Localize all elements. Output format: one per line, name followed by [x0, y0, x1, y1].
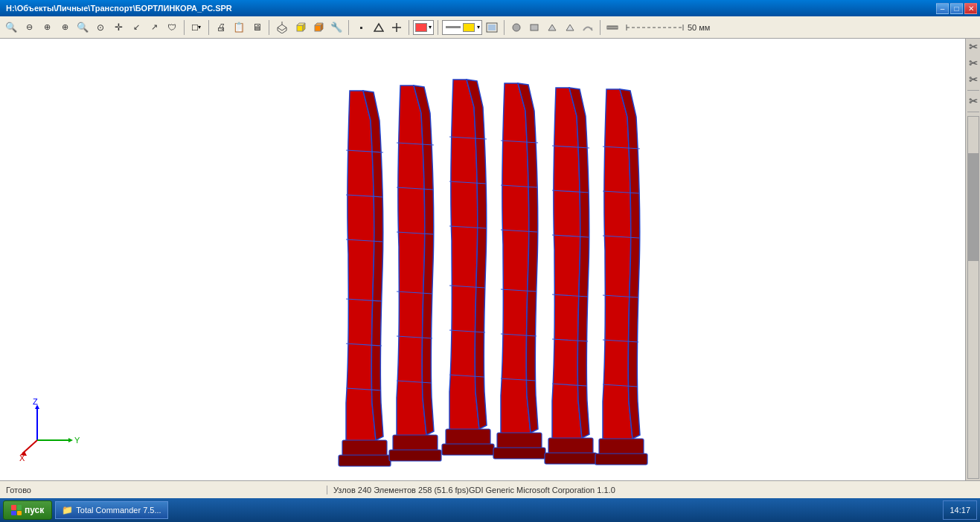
svg-marker-85 — [68, 438, 73, 442]
toolbar: 🔍 ⊖ ⊕ ⊕ 🔍 ⊙ ✛ ↙ ↗ 🛡 □ ▾ 🖨 📋 🖥 — [0, 16, 980, 39]
zoom-in-button[interactable]: ⊕ — [39, 19, 55, 36]
svg-rect-48 — [389, 450, 441, 461]
svg-rect-19 — [531, 25, 538, 30]
logo-q4 — [17, 511, 22, 516]
svg-point-18 — [513, 24, 520, 31]
box-dropdown-button[interactable]: □ ▾ — [188, 19, 205, 36]
point-toggle[interactable] — [353, 19, 369, 36]
start-label: пуск — [25, 505, 44, 515]
separator-1 — [184, 20, 185, 35]
blade-5 — [545, 88, 597, 464]
move-button[interactable]: ✛ — [110, 19, 126, 36]
zoom-fit-button[interactable]: 🔍 — [3, 19, 19, 36]
orange-cube-button[interactable] — [310, 19, 327, 36]
right-panel-divider-1 — [967, 90, 979, 91]
svg-rect-6 — [297, 25, 303, 31]
maximize-button[interactable]: □ — [950, 3, 963, 14]
svg-text:X: X — [19, 454, 25, 463]
svg-marker-21 — [566, 25, 574, 30]
svg-rect-72 — [545, 453, 597, 464]
3d-box-button[interactable] — [273, 19, 291, 36]
3d-visualization: Z Y X — [0, 39, 945, 477]
scale-label: 50 мм — [688, 23, 710, 32]
yellow-cube-button[interactable] — [292, 19, 309, 36]
svg-marker-0 — [278, 25, 286, 30]
blade-2 — [389, 86, 441, 461]
blade-1 — [339, 91, 391, 466]
canvas-area[interactable]: Z Y X — [0, 39, 965, 480]
logo-q2 — [17, 505, 22, 510]
svg-rect-40 — [339, 455, 391, 466]
target-button[interactable]: ⊙ — [92, 19, 109, 36]
shield-button[interactable]: 🛡 — [164, 19, 180, 36]
right-panel: ✂ ✂ ✂ ✂ — [965, 39, 980, 480]
separator-6 — [438, 20, 438, 35]
separator-7 — [504, 20, 505, 35]
grey-shape-5[interactable] — [580, 19, 596, 36]
dropdown-arrow: ▾ — [429, 24, 432, 30]
taskbar: пуск 📁 Total Commander 7.5... 14:17 — [0, 498, 980, 522]
cut-icon-2[interactable]: ✂ — [967, 55, 980, 71]
arrow-up-right[interactable]: ↗ — [146, 19, 162, 36]
svg-line-4 — [278, 30, 282, 33]
logo-q3 — [11, 511, 16, 516]
scrollbar-thumb[interactable] — [968, 153, 979, 262]
status-info: Узлов 240 Элементов 258 (51.6 fps)GDI Ge… — [327, 486, 980, 494]
wrench-button[interactable]: 🔧 — [328, 19, 345, 36]
blade-3 — [442, 80, 494, 455]
crosshair-toggle[interactable] — [388, 19, 405, 36]
separator-4 — [348, 20, 349, 35]
svg-line-5 — [282, 30, 286, 33]
color-dropdown[interactable]: ▾ — [413, 20, 434, 35]
start-button[interactable]: пуск — [3, 500, 52, 520]
svg-rect-80 — [595, 454, 647, 465]
blade-4 — [493, 83, 545, 459]
vertical-scrollbar[interactable] — [967, 116, 979, 479]
title-bar-text: Н:\Объекты\Личные\Транспорт\БОРТЛИНКОРА_… — [3, 4, 232, 13]
svg-text:Y: Y — [74, 436, 80, 445]
color-preview — [415, 23, 427, 32]
grey-shape-3[interactable] — [544, 19, 560, 36]
dropdown-arrow-2: ▾ — [477, 24, 480, 30]
separator-2 — [208, 20, 209, 35]
minimize-button[interactable]: – — [936, 3, 949, 14]
zoom-select-button[interactable]: 🔍 — [74, 19, 91, 36]
svg-text:Z: Z — [33, 397, 38, 406]
main-area: Z Y X ✂ ✂ ✂ ✂ — [0, 39, 980, 480]
print-button[interactable]: 🖨 — [213, 19, 229, 36]
commander-icon: 📁 — [62, 505, 73, 515]
line-preview — [446, 26, 461, 28]
blade-6 — [595, 89, 647, 465]
separator-5 — [409, 20, 409, 35]
grey-shape-2[interactable] — [526, 19, 542, 36]
screen-button[interactable]: 🖥 — [249, 19, 265, 36]
title-bar: Н:\Объекты\Личные\Транспорт\БОРТЛИНКОРА_… — [0, 0, 980, 16]
zoom-window-button[interactable]: ⊕ — [57, 19, 73, 36]
grey-shape-1[interactable] — [508, 19, 525, 36]
zoom-out-button[interactable]: ⊖ — [21, 19, 37, 36]
taskbar-clock[interactable]: 14:17 — [943, 500, 977, 520]
cut-icon-1[interactable]: ✂ — [967, 39, 980, 55]
line-type-dropdown[interactable]: ▾ — [442, 20, 482, 35]
arrow-down-left[interactable]: ↙ — [128, 19, 144, 36]
taskbar-item-commander[interactable]: 📁 Total Commander 7.5... — [55, 501, 167, 519]
logo-q1 — [11, 505, 16, 510]
svg-rect-9 — [315, 25, 321, 31]
status-bar: Готово Узлов 240 Элементов 258 (51.6 fps… — [0, 480, 980, 498]
title-bar-buttons: – □ ✕ — [936, 3, 977, 14]
fill-color-preview — [463, 23, 475, 32]
render-button[interactable] — [484, 19, 500, 36]
coordinate-axes: Z Y X — [19, 397, 80, 463]
cut-icon-4[interactable]: ✂ — [967, 93, 980, 109]
cut-icon-3[interactable]: ✂ — [967, 71, 980, 88]
taskbar-items: 📁 Total Commander 7.5... — [55, 501, 940, 519]
copy-button[interactable]: 📋 — [231, 19, 247, 36]
grey-shape-4[interactable] — [562, 19, 578, 36]
triangle-toggle[interactable] — [371, 19, 387, 36]
close-button[interactable]: ✕ — [964, 3, 977, 14]
ruler-button[interactable] — [604, 19, 621, 36]
svg-rect-56 — [442, 444, 494, 455]
windows-logo — [11, 505, 22, 515]
taskbar-item-label: Total Commander 7.5... — [76, 506, 161, 515]
svg-marker-13 — [374, 24, 383, 31]
